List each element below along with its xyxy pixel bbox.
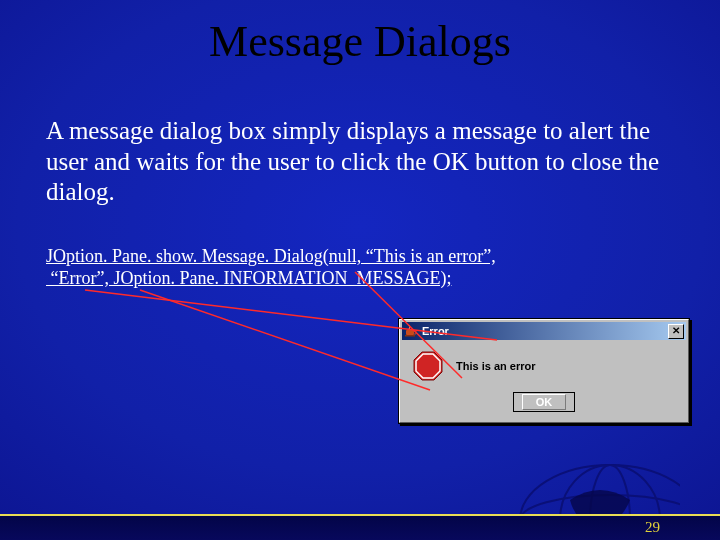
stop-sign-icon [412,350,444,382]
close-button[interactable]: ✕ [668,324,684,339]
svg-rect-5 [406,330,414,335]
svg-line-9 [140,290,430,390]
code-line-1: JOption. Pane. show. Message. Dialog(nul… [46,246,496,266]
footer-bar [0,516,720,540]
code-snippet: JOption. Pane. show. Message. Dialog(nul… [46,246,674,290]
ok-button-label: OK [522,394,566,410]
slide-title: Message Dialogs [0,16,720,67]
java-cup-icon [404,324,418,338]
dialog-titlebar[interactable]: Error ✕ [402,322,686,340]
dialog-title: Error [422,325,668,337]
dialog-message: This is an error [456,360,535,372]
page-number: 29 [645,519,660,536]
message-dialog: Error ✕ This is an error OK [398,318,690,424]
svg-rect-6 [405,335,415,337]
slide: Message Dialogs A message dialog box sim… [0,0,720,540]
slide-body-text: A message dialog box simply displays a m… [46,116,674,208]
ok-button[interactable]: OK [513,392,575,412]
svg-marker-7 [414,352,442,380]
close-icon: ✕ [672,326,680,336]
code-line-2: “Error”, JOption. Pane. INFORMATION_MESS… [46,268,451,288]
